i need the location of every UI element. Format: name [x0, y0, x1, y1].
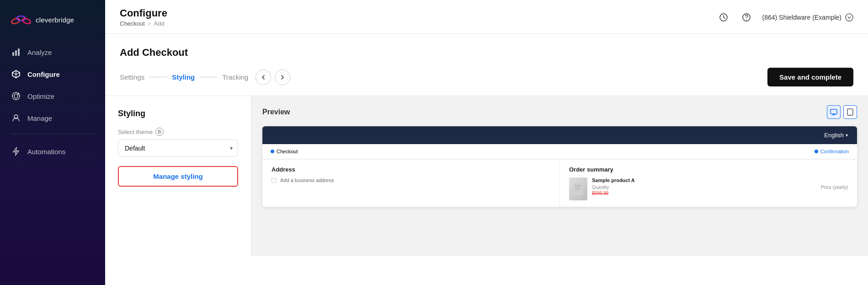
question-icon	[742, 13, 751, 22]
desktop-view-button[interactable]	[827, 105, 841, 119]
styling-panel-title: Styling	[118, 109, 238, 118]
lightning-icon	[11, 146, 21, 156]
main-content: Configure Checkout > Add	[105, 0, 868, 285]
preview-header: Preview	[262, 105, 857, 119]
mobile-view-button[interactable]	[843, 105, 857, 119]
page-content: Add Checkout Settings Styling	[105, 34, 868, 285]
help-button[interactable]	[739, 10, 754, 25]
styling-panel: Styling Select theme B Default Classic M…	[105, 96, 251, 256]
logo-text: cleverbridge	[36, 16, 74, 24]
body-split: Styling Select theme B Default Classic M…	[105, 96, 868, 256]
checkout-step-checkout: Checkout	[271, 149, 298, 154]
checkout-steps-bar: Checkout Confirmation	[262, 144, 857, 159]
checkout-dot	[271, 150, 274, 153]
target-icon	[11, 91, 21, 101]
account-label: (864) Shieldware (Example)	[762, 14, 841, 21]
product-info: Sample product A Quantity Price (yearly)…	[592, 177, 848, 196]
chevron-right-icon	[279, 74, 286, 81]
sidebar-item-label-analyze: Analyze	[27, 48, 52, 56]
product-name: Sample product A	[592, 177, 848, 183]
sidebar-item-label-manage: Manage	[27, 114, 52, 122]
address-section-title: Address	[272, 166, 550, 173]
checkout-preview-card: English ▾ Checkout	[262, 126, 857, 207]
sidebar-item-automations[interactable]: Automations	[0, 140, 105, 162]
header-title: Configure	[120, 7, 167, 19]
theme-select[interactable]: Default Classic Modern	[118, 140, 238, 157]
product-image	[569, 177, 587, 200]
desktop-icon	[830, 108, 837, 116]
checkout-left-panel: Address Add a business address	[262, 160, 560, 207]
history-button[interactable]	[716, 10, 731, 25]
sidebar-item-label-automations: Automations	[27, 148, 65, 156]
cube-icon	[11, 69, 21, 79]
language-selector[interactable]: English ▾	[824, 132, 848, 139]
mobile-icon	[847, 108, 853, 116]
checkout-right-panel: Order summary	[560, 160, 857, 207]
svg-rect-19	[575, 189, 580, 190]
qty-label: Quantity	[592, 185, 609, 190]
account-selector[interactable]: (864) Shieldware (Example)	[762, 13, 853, 22]
sidebar-item-label-optimize: Optimize	[27, 92, 54, 100]
order-summary-title: Order summary	[569, 166, 848, 173]
content-inner: Add Checkout Settings Styling	[105, 34, 868, 285]
cleverbridge-logo-icon	[11, 13, 31, 27]
address-field-row: Add a business address	[272, 177, 550, 183]
svg-rect-4	[15, 50, 17, 56]
wizard-left: Settings Styling Tracking	[120, 70, 290, 85]
preview-title: Preview	[262, 108, 290, 116]
theme-select-wrapper: Default Classic Modern ▾	[118, 140, 238, 157]
bar-chart-icon	[11, 47, 21, 57]
header-right: (864) Shieldware (Example)	[716, 10, 853, 25]
sidebar-logo: cleverbridge	[0, 0, 105, 38]
lang-chevron-icon: ▾	[846, 133, 848, 138]
svg-rect-18	[575, 187, 580, 188]
breadcrumb-add: Add	[154, 20, 165, 27]
svg-point-11	[746, 19, 747, 20]
breadcrumb-checkout[interactable]: Checkout	[120, 20, 145, 27]
wizard-next-button[interactable]	[275, 70, 290, 85]
breadcrumb-sep: >	[148, 20, 151, 27]
checkout-step-label: Checkout	[277, 149, 298, 154]
styling-step-label: Styling	[172, 73, 195, 81]
svg-rect-5	[18, 48, 20, 56]
svg-point-15	[850, 114, 851, 115]
sidebar-item-manage[interactable]: Manage	[0, 107, 105, 129]
theme-field-label: Select theme B	[118, 128, 238, 136]
wizard-step-settings[interactable]: Settings	[120, 73, 144, 81]
save-complete-button[interactable]: Save and complete	[767, 68, 853, 86]
confirmation-step-label: Confirmation	[820, 149, 849, 154]
wizard-prev-button[interactable]	[256, 70, 271, 85]
sidebar-item-label-configure: Configure	[27, 70, 60, 78]
account-icon	[845, 13, 853, 22]
wizard-step-tracking[interactable]: Tracking	[222, 73, 248, 81]
confirmation-dot	[815, 150, 818, 153]
wizard-line-2	[199, 77, 218, 77]
sidebar-nav: Analyze Configure Optimize	[0, 38, 105, 285]
page-header: Add Checkout	[105, 34, 868, 68]
person-icon	[11, 113, 21, 123]
manage-styling-button[interactable]: Manage styling	[118, 166, 238, 187]
wizard-step-styling[interactable]: Styling	[172, 73, 195, 81]
wizard-steps: Settings Styling Tracking	[120, 73, 248, 81]
checkout-card-header: English ▾	[262, 126, 857, 144]
svg-point-12	[846, 14, 853, 21]
preview-view-buttons	[827, 105, 857, 119]
sidebar-item-optimize[interactable]: Optimize	[0, 85, 105, 107]
svg-point-0	[11, 17, 20, 25]
wizard-nav	[256, 70, 290, 85]
sidebar-item-analyze[interactable]: Analyze	[0, 41, 105, 63]
product-row: Sample product A Quantity Price (yearly)…	[569, 177, 848, 200]
sidebar-item-configure[interactable]: Configure	[0, 63, 105, 85]
sidebar-divider	[11, 134, 94, 134]
svg-point-2	[22, 17, 31, 25]
svg-rect-17	[575, 185, 581, 186]
settings-step-label: Settings	[120, 73, 144, 81]
page-title: Add Checkout	[120, 47, 853, 59]
address-checkbox[interactable]	[272, 178, 277, 183]
wizard-right: Save and complete	[767, 68, 853, 86]
svg-rect-13	[831, 109, 837, 114]
lang-label: English	[824, 132, 844, 139]
product-price-values: $699.99	[592, 191, 848, 196]
breadcrumb: Checkout > Add	[120, 20, 167, 27]
chevron-left-icon	[260, 74, 266, 81]
